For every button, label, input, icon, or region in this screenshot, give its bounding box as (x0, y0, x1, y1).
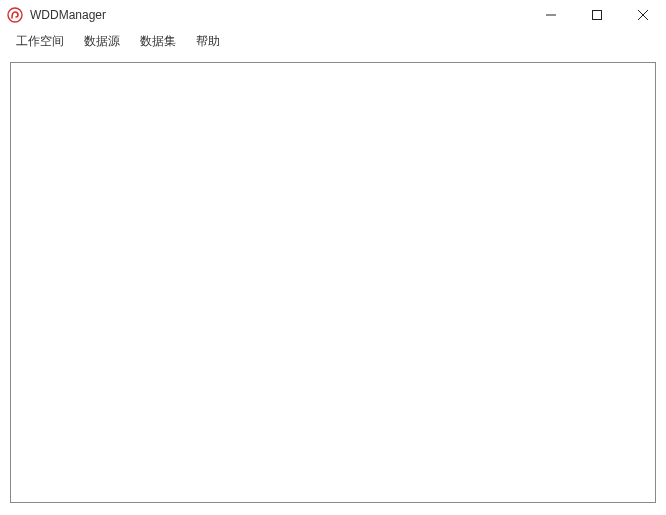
svg-point-0 (8, 8, 22, 22)
maximize-icon (592, 10, 602, 20)
menu-help[interactable]: 帮助 (186, 31, 230, 52)
svg-line-3 (638, 10, 648, 20)
content-area (10, 62, 656, 503)
minimize-icon (546, 10, 556, 20)
app-icon (6, 6, 24, 24)
menu-workspace[interactable]: 工作空间 (6, 31, 74, 52)
menu-bar: 工作空间 数据源 数据集 帮助 (0, 30, 666, 52)
window-title: WDDManager (30, 8, 106, 22)
title-bar: WDDManager (0, 0, 666, 30)
svg-line-4 (638, 10, 648, 20)
maximize-button[interactable] (574, 0, 620, 30)
svg-rect-2 (593, 11, 602, 20)
minimize-button[interactable] (528, 0, 574, 30)
window-controls (528, 0, 666, 30)
content-wrapper (0, 52, 666, 515)
close-icon (638, 10, 648, 20)
menu-dataset[interactable]: 数据集 (130, 31, 186, 52)
close-button[interactable] (620, 0, 666, 30)
menu-datasource[interactable]: 数据源 (74, 31, 130, 52)
application-window: WDDManager 工作空间 数据源 数据集 帮助 (0, 0, 666, 515)
